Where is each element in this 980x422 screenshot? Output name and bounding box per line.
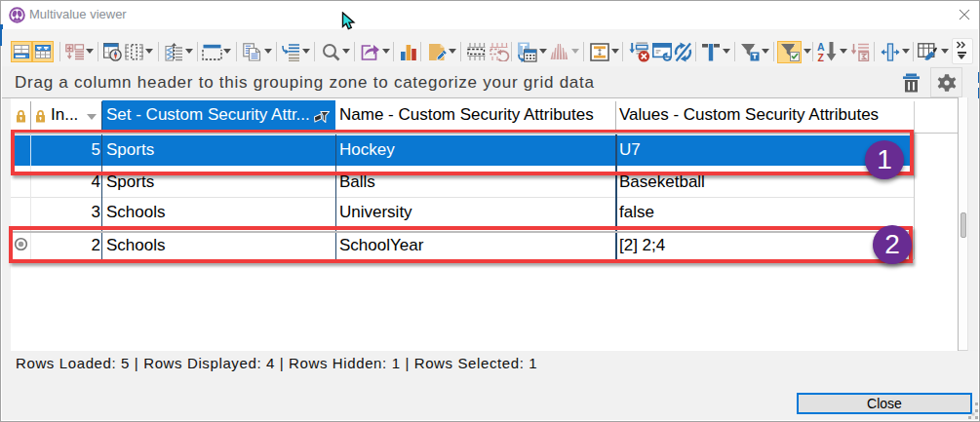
svg-text:Z: Z xyxy=(817,52,824,62)
svg-text:A: A xyxy=(817,41,825,53)
